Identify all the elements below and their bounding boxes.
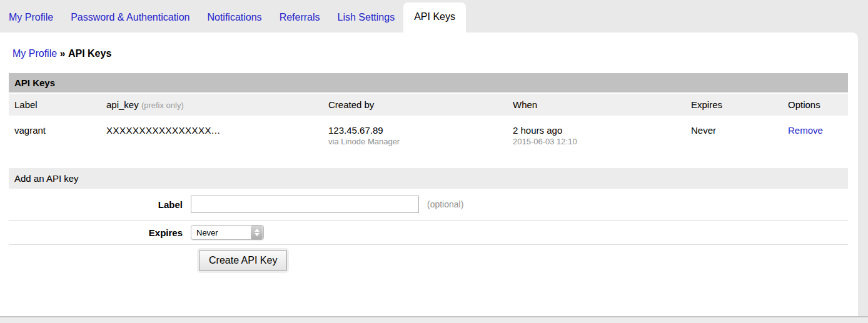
created-by-via: via Linode Manager bbox=[328, 137, 507, 146]
api-keys-table-title: API Keys bbox=[9, 73, 848, 92]
column-header-when: When bbox=[507, 94, 685, 116]
cell-expires: Never bbox=[685, 117, 782, 154]
form-row-expires: Expires Never bbox=[9, 220, 848, 244]
created-by-ip: 123.45.67.89 bbox=[328, 125, 507, 136]
cell-key-label: vagrant bbox=[9, 117, 101, 154]
chevron-up-icon bbox=[255, 229, 260, 232]
profile-api-keys-page: My Profile Password & Authentication Not… bbox=[0, 0, 868, 323]
breadcrumb-my-profile-link[interactable]: My Profile bbox=[13, 48, 57, 59]
column-header-api-key-note: (prefix only) bbox=[141, 101, 184, 110]
column-header-api-key: api_key (prefix only) bbox=[101, 94, 323, 116]
breadcrumb-separator: » bbox=[60, 48, 66, 59]
cell-created-by: 123.45.67.89 via Linode Manager bbox=[323, 117, 507, 154]
form-row-submit: Create API Key bbox=[9, 244, 848, 280]
expires-field-label: Expires bbox=[9, 227, 191, 238]
form-row-label: Label (optional) bbox=[9, 189, 848, 220]
profile-tab-bar: My Profile Password & Authentication Not… bbox=[0, 0, 868, 32]
page-bottom-edge bbox=[0, 316, 868, 323]
tab-password-authentication[interactable]: Password & Authentication bbox=[62, 4, 198, 32]
breadcrumb-current: API Keys bbox=[68, 48, 111, 59]
api-keys-table-header-row: Label api_key (prefix only) Created by W… bbox=[9, 94, 848, 116]
add-api-key-form: Add an API key Label (optional) Expires … bbox=[9, 168, 848, 280]
cell-api-key-masked: XXXXXXXXXXXXXXXX... bbox=[101, 117, 323, 154]
when-timestamp: 2015-06-03 12:10 bbox=[513, 137, 685, 146]
column-header-label: Label bbox=[9, 94, 101, 116]
expires-select[interactable]: Never bbox=[191, 225, 264, 240]
table-row: vagrant XXXXXXXXXXXXXXXX... 123.45.67.89… bbox=[9, 117, 848, 168]
label-input[interactable] bbox=[191, 196, 419, 213]
when-relative: 2 hours ago bbox=[513, 125, 685, 136]
chevron-down-icon bbox=[255, 233, 260, 236]
api-keys-table: API Keys Label api_key (prefix only) Cre… bbox=[9, 73, 848, 168]
create-api-key-button[interactable]: Create API Key bbox=[199, 250, 287, 271]
cell-when: 2 hours ago 2015-06-03 12:10 bbox=[507, 117, 685, 154]
expires-select-value: Never bbox=[191, 228, 251, 237]
column-header-expires: Expires bbox=[685, 94, 782, 116]
cell-options: Remove bbox=[782, 117, 848, 154]
label-field-label: Label bbox=[9, 199, 191, 210]
tab-api-keys[interactable]: API Keys bbox=[403, 2, 466, 32]
tab-notifications[interactable]: Notifications bbox=[198, 4, 270, 32]
column-header-created-by: Created by bbox=[323, 94, 507, 116]
tab-lish-settings[interactable]: Lish Settings bbox=[329, 4, 404, 32]
add-api-key-form-title: Add an API key bbox=[9, 168, 848, 189]
tab-my-profile[interactable]: My Profile bbox=[0, 4, 62, 32]
label-optional-note: (optional) bbox=[427, 199, 463, 209]
tab-referrals[interactable]: Referrals bbox=[271, 4, 329, 32]
remove-key-link[interactable]: Remove bbox=[788, 125, 823, 136]
select-stepper-icon bbox=[251, 226, 263, 239]
column-header-options: Options bbox=[782, 94, 848, 116]
breadcrumb: My Profile » API Keys bbox=[0, 32, 858, 59]
